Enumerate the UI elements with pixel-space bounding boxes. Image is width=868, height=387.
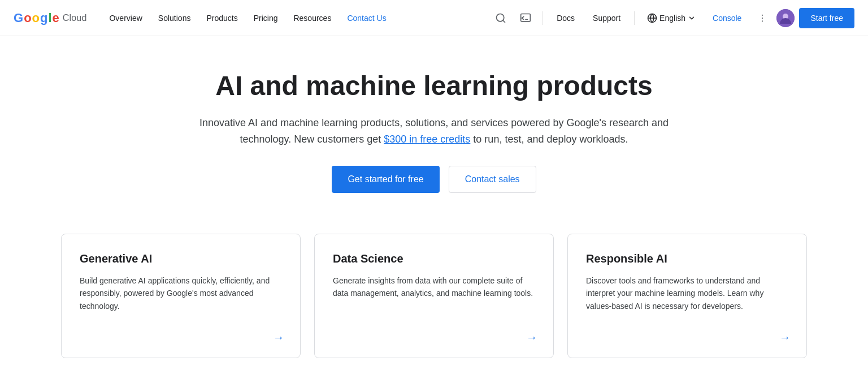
card-responsible-ai-title: Responsible AI xyxy=(586,252,788,265)
card-data-science: Data Science Generate insights from data… xyxy=(314,234,554,358)
nav-solutions[interactable]: Solutions xyxy=(151,9,198,27)
cards-section: Generative AI Build generative AI applic… xyxy=(38,234,830,381)
nav-links: Overview Solutions Products Pricing Reso… xyxy=(102,9,491,27)
start-free-button[interactable]: Start free xyxy=(799,8,854,28)
svg-point-8 xyxy=(762,20,763,22)
language-selector[interactable]: English xyxy=(641,10,701,27)
brand-name: Cloud xyxy=(63,13,87,23)
svg-point-6 xyxy=(762,14,763,15)
more-options-button[interactable] xyxy=(753,8,772,28)
contact-sales-button[interactable]: Contact sales xyxy=(449,166,536,193)
terminal-icon xyxy=(520,12,531,24)
card-responsible-ai-desc: Discover tools and frameworks to underst… xyxy=(586,274,788,312)
hero-subtitle: Innovative AI and machine learning produ… xyxy=(193,115,675,148)
hero-section: AI and machine learning products Innovat… xyxy=(180,36,688,220)
user-avatar[interactable] xyxy=(776,9,795,27)
card-generative-ai-arrow[interactable]: → xyxy=(273,331,284,344)
nav-pricing[interactable]: Pricing xyxy=(247,9,285,27)
nav-overview[interactable]: Overview xyxy=(102,9,149,27)
nav-products[interactable]: Products xyxy=(199,9,244,27)
hero-actions: Get started for free Contact sales xyxy=(193,166,675,193)
hero-title: AI and machine learning products xyxy=(193,70,675,101)
card-responsible-ai-arrow[interactable]: → xyxy=(779,331,791,344)
docs-link[interactable]: Docs xyxy=(550,9,581,27)
nav-resources[interactable]: Resources xyxy=(287,9,338,27)
navigation: Google Cloud Overview Solutions Products… xyxy=(0,0,868,36)
support-link[interactable]: Support xyxy=(586,9,627,27)
get-started-button[interactable]: Get started for free xyxy=(332,166,439,193)
card-generative-ai-title: Generative AI xyxy=(80,252,282,265)
globe-icon xyxy=(647,13,657,23)
card-generative-ai: Generative AI Build generative AI applic… xyxy=(61,234,301,358)
nav-contact-us[interactable]: Contact Us xyxy=(340,9,393,27)
credits-link[interactable]: $300 in free credits xyxy=(384,134,470,145)
nav-divider xyxy=(542,11,543,25)
language-label: English xyxy=(659,14,685,23)
chevron-down-icon xyxy=(688,14,696,22)
avatar-icon xyxy=(776,9,795,27)
terminal-button[interactable] xyxy=(515,8,536,28)
card-data-science-desc: Generate insights from data with our com… xyxy=(333,274,535,300)
card-responsible-ai: Responsible AI Discover tools and framew… xyxy=(567,234,807,358)
nav-right: Docs Support English Console xyxy=(491,8,854,28)
card-data-science-title: Data Science xyxy=(333,252,535,265)
card-generative-ai-desc: Build generative AI applications quickly… xyxy=(80,274,282,312)
search-button[interactable] xyxy=(491,8,511,28)
card-data-science-arrow[interactable]: → xyxy=(526,331,537,344)
svg-point-7 xyxy=(762,17,763,18)
console-link[interactable]: Console xyxy=(706,9,748,27)
google-logo: Google xyxy=(14,11,59,25)
more-vertical-icon xyxy=(757,13,767,23)
svg-line-1 xyxy=(503,20,505,22)
logo-link[interactable]: Google Cloud xyxy=(14,11,86,25)
hero-subtitle-after: to run, test, and deploy workloads. xyxy=(470,134,628,145)
nav-divider-2 xyxy=(634,11,635,25)
search-icon xyxy=(495,12,506,24)
